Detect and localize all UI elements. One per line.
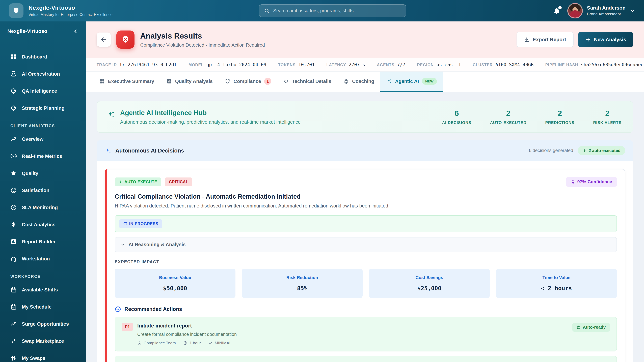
sidebar-item-surge-opportunities[interactable]: Surge Opportunities (3, 316, 82, 333)
sidebar-item-satisfaction[interactable]: Satisfaction (3, 182, 82, 199)
sidebar-item-sla-monitoring[interactable]: SLA Monitoring (3, 199, 82, 216)
lightbulb-icon (571, 180, 575, 184)
grid-icon (99, 78, 105, 84)
person-icon (137, 341, 142, 345)
decision-description: HIPAA violation detected: Patient name d… (115, 203, 617, 209)
ai-reasoning-accordion[interactable]: AI Reasoning & Analysis (115, 237, 617, 252)
meta-tokens: TOKENS10,701 (278, 62, 314, 67)
sidebar-item-quality[interactable]: Quality (3, 165, 82, 182)
action-card-mandatory-training[interactable]: P1 Schedule mandatory training Assign HI… (115, 356, 617, 362)
brain-gear-icon (10, 88, 17, 94)
new-analysis-label: New Analysis (594, 37, 626, 42)
sparkles-icon (105, 147, 112, 154)
search-input[interactable] (273, 8, 401, 13)
back-button[interactable] (96, 32, 111, 46)
tab-label: Compliance (234, 79, 261, 84)
tab-label: Coaching (352, 79, 374, 84)
user-menu[interactable]: Sarah Anderson Brand Ambassador (567, 3, 635, 18)
sidebar-item-label: Available Shifts (22, 287, 58, 293)
sidebar-item-overview[interactable]: Overview (3, 131, 82, 148)
action-duration: 1 hour (183, 341, 201, 346)
gauge-icon (10, 204, 17, 211)
sidebar-item-my-swaps[interactable]: My Swaps (3, 350, 82, 362)
critical-badge: CRITICAL (165, 177, 192, 186)
sidebar-item-dashboard[interactable]: Dashboard (3, 48, 82, 65)
shield-x-icon (121, 35, 130, 44)
meta-pipeline-hash: PIPELINE HASHsha256:d685d9ec096caaee (546, 62, 644, 67)
top-bar: Nexgile-Virtuoso Virtual Mastery for Ent… (0, 0, 644, 21)
meta-model: MODELgpt-4-turbo-2024-04-09 (188, 62, 266, 67)
meta-agents: AGENTS7/7 (377, 62, 405, 67)
sidebar-item-label: Workstation (22, 256, 50, 262)
global-search[interactable] (259, 4, 406, 17)
hub-subtitle: Autonomous decision-making, predictive a… (120, 119, 301, 125)
sidebar-item-cost-analytics[interactable]: Cost Analytics (3, 216, 82, 233)
sidebar-item-label: Dashboard (22, 54, 47, 60)
app-logo (9, 3, 24, 18)
tab-compliance[interactable]: Compliance 1 (219, 71, 277, 92)
sidebar-item-workstation[interactable]: Workstation (3, 250, 82, 267)
meta-latency: LATENCY2707ms (326, 62, 365, 67)
lightning-icon (119, 180, 122, 184)
robot-icon (576, 325, 581, 330)
impact-business-value: Business Value $50,000 (115, 269, 236, 298)
compliance-alert-tile (116, 30, 134, 49)
search-icon (264, 8, 270, 13)
sidebar-section-workforce: WORKFORCE (3, 267, 82, 281)
notification-dot (558, 6, 562, 9)
status-banner: IN-PROGRESS (115, 215, 617, 232)
action-owner: Compliance Team (137, 341, 176, 346)
export-report-button[interactable]: Export Report (516, 32, 574, 47)
confidence-badge: 97% Confidence (566, 177, 617, 187)
recommended-actions-title: Recommended Actions (124, 306, 182, 312)
sidebar-item-realtime-metrics[interactable]: Real-time Metrics (3, 148, 82, 165)
download-icon (524, 37, 530, 42)
sidebar-collapse-button[interactable] (73, 28, 78, 34)
sidebar-item-label: My Schedule (22, 304, 52, 310)
sidebar-item-label: SLA Monitoring (22, 205, 58, 210)
sidebar-item-swap-marketplace[interactable]: Swap Marketplace (3, 333, 82, 350)
action-card-incident-report[interactable]: P1 Initiate incident report Create forma… (115, 317, 617, 352)
tab-technical-details[interactable]: Technical Details (277, 71, 338, 92)
sidebar-item-label: Cost Analytics (22, 222, 55, 227)
trend-sparkle-icon (10, 136, 17, 142)
arrow-left-icon (100, 36, 107, 43)
app-title: Nexgile-Virtuoso (28, 4, 112, 11)
in-progress-badge: IN-PROGRESS (119, 219, 162, 228)
new-analysis-button[interactable]: New Analysis (578, 32, 633, 47)
tab-executive-summary[interactable]: Executive Summary (93, 71, 160, 92)
sidebar: Nexgile-Virtuoso Dashboard AI Orchestrat… (0, 21, 86, 362)
tab-agentic-ai[interactable]: Agentic AI NEW (380, 71, 443, 92)
sidebar-item-ai-orchestration[interactable]: AI Orchestration (3, 65, 82, 82)
sidebar-item-available-shifts[interactable]: Available Shifts (3, 281, 82, 298)
priority-badge: P1 (122, 323, 133, 331)
auto-executed-badge: 2 auto-executed (578, 146, 625, 155)
sidebar-item-label: My Swaps (22, 356, 45, 361)
notifications-button[interactable] (552, 7, 561, 15)
sidebar-item-label: Overview (22, 136, 44, 142)
check-circle-icon (115, 306, 121, 312)
meta-cluster: CLUSTERA100-SXM4-40GB (473, 62, 534, 67)
action-title: Initiate incident report (137, 323, 568, 329)
sidebar-item-label: Quality (22, 171, 38, 176)
sidebar-item-my-schedule[interactable]: My Schedule (3, 298, 82, 316)
headset-icon (10, 256, 17, 262)
sidebar-item-label: Real-time Metrics (22, 153, 62, 159)
sidebar-section-client-analytics: CLIENT ANALYTICS (3, 117, 82, 131)
sidebar-item-strategic-planning[interactable]: Strategic Planning (3, 99, 82, 117)
stat-auto-executed: 2 AUTO-EXECUTED (490, 109, 526, 125)
chevron-down-icon (630, 8, 635, 13)
sidebar-item-label: Surge Opportunities (22, 321, 69, 327)
calendar-icon (10, 287, 17, 293)
sidebar-item-qa-intelligence[interactable]: QA Intelligence (3, 82, 82, 99)
decisions-generated-text: 6 decisions generated (529, 148, 573, 153)
tab-quality-analysis[interactable]: Quality Analysis (160, 71, 219, 92)
meta-region: REGIONus-east-1 (417, 62, 461, 67)
action-impact: MINIMAL (208, 341, 232, 346)
section-title: Autonomous AI Decisions (116, 147, 184, 154)
hub-title: Agentic AI Intelligence Hub (120, 109, 301, 117)
sidebar-item-report-builder[interactable]: Report Builder (3, 233, 82, 250)
sparkles-icon (386, 78, 392, 84)
stat-risk-alerts: 2 RISK ALERTS (593, 109, 622, 125)
tab-coaching[interactable]: Coaching (337, 71, 380, 92)
